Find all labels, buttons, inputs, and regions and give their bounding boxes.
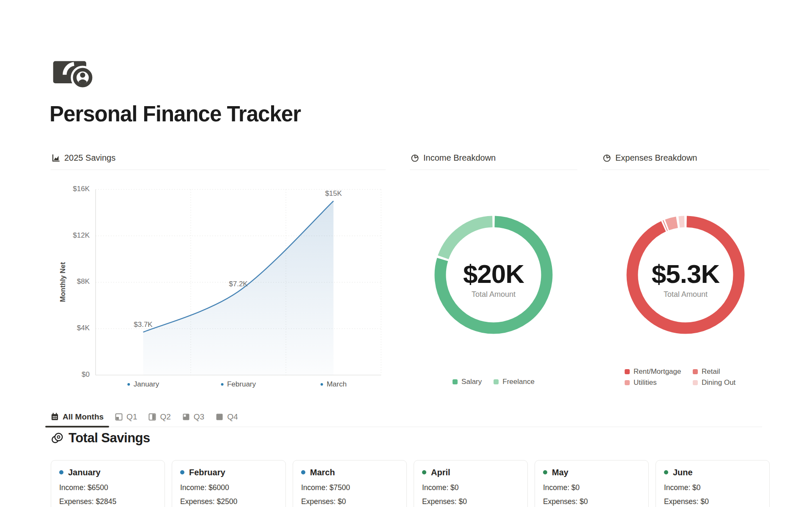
month-card-april[interactable]: April Income: $0 Expenses: $0 Net: $0 bbox=[414, 460, 528, 507]
legend-label: Retail bbox=[702, 367, 720, 376]
tab-all-months[interactable]: All Months bbox=[51, 407, 104, 427]
tab-label: Q1 bbox=[126, 412, 137, 422]
x-axis-tick-january: January bbox=[127, 380, 159, 389]
quarter-3-icon bbox=[182, 413, 190, 421]
card-month-name: April bbox=[431, 468, 450, 477]
month-marker-icon bbox=[543, 470, 547, 474]
legend-label: Dining Out bbox=[702, 378, 735, 387]
card-month-name: January bbox=[68, 468, 101, 477]
month-marker-icon bbox=[664, 470, 668, 474]
month-card-february[interactable]: February Income: $6000 Expenses: $2500 N… bbox=[172, 460, 286, 507]
month-card-january[interactable]: January Income: $6500 Expenses: $2845 Ne… bbox=[51, 460, 165, 507]
expenses-panel: Expenses Breakdown bbox=[602, 151, 769, 170]
donut-segment-freelance bbox=[443, 222, 492, 258]
month-marker-icon bbox=[59, 470, 63, 474]
legend-swatch-icon bbox=[625, 380, 630, 385]
income-panel-title: Income Breakdown bbox=[423, 153, 496, 163]
calendar-icon bbox=[51, 413, 59, 421]
data-point-label: $3.7K bbox=[134, 321, 153, 329]
legend-label: Salary bbox=[461, 378, 482, 386]
card-expenses: Expenses: $2845 bbox=[59, 498, 156, 506]
y-axis-label: Monthly Net bbox=[59, 244, 68, 320]
savings-line-chart: $16K $12K $8K $4K $0 Monthly Net $3.7K$7… bbox=[51, 170, 386, 397]
legend-label: Rent/Mortgage bbox=[634, 367, 681, 376]
tab-q2[interactable]: Q2 bbox=[148, 407, 170, 427]
card-expenses: Expenses: $0 bbox=[422, 498, 519, 506]
legend-item: Retail bbox=[693, 367, 735, 376]
series-dot-icon bbox=[127, 383, 130, 386]
line-chart-canvas: $3.7K$7.2K$15K bbox=[51, 170, 386, 397]
legend-item: Dining Out bbox=[693, 378, 735, 387]
card-expenses: Expenses: $0 bbox=[664, 498, 761, 506]
month-card-may[interactable]: May Income: $0 Expenses: $0 Net: $0 bbox=[535, 460, 649, 507]
month-marker-icon bbox=[180, 470, 184, 474]
card-income: Income: $7500 bbox=[301, 484, 398, 492]
pie-chart-icon bbox=[603, 154, 611, 162]
card-income: Income: $6000 bbox=[180, 484, 277, 492]
tab-q1[interactable]: Q1 bbox=[115, 407, 137, 427]
card-month-name: February bbox=[189, 468, 225, 477]
card-expenses: Expenses: $0 bbox=[543, 498, 640, 506]
quarter-1-icon bbox=[115, 413, 123, 421]
income-total-value: $20K bbox=[410, 257, 577, 291]
quarter-tab-bar: All Months Q1 Q2 Q3 Q4 bbox=[51, 407, 762, 427]
card-income: Income: $0 bbox=[664, 484, 761, 492]
month-marker-icon bbox=[422, 470, 426, 474]
legend-item: Utilities bbox=[625, 378, 693, 387]
series-dot-icon bbox=[221, 383, 223, 386]
tab-q4[interactable]: Q4 bbox=[216, 407, 238, 427]
donut-segment-retail bbox=[665, 225, 666, 226]
data-point-label: $15K bbox=[325, 189, 342, 197]
expenses-total-value: $5.3K bbox=[602, 257, 769, 291]
month-cards-row: January Income: $6500 Expenses: $2845 Ne… bbox=[51, 460, 770, 507]
legend-item: Freelance bbox=[494, 378, 535, 386]
card-month-name: March bbox=[310, 468, 335, 477]
series-dot-icon bbox=[320, 383, 323, 386]
expenses-panel-title: Expenses Breakdown bbox=[615, 153, 697, 163]
savings-panel-header: 2025 Savings bbox=[51, 151, 386, 170]
tab-q3[interactable]: Q3 bbox=[182, 407, 204, 427]
card-income: Income: $0 bbox=[422, 484, 519, 492]
x-axis-tick-february: February bbox=[221, 380, 256, 389]
legend-label: Utilities bbox=[634, 378, 657, 387]
quarter-4-icon bbox=[216, 413, 223, 421]
legend-swatch-icon bbox=[494, 379, 499, 384]
savings-panel-title: 2025 Savings bbox=[64, 153, 115, 163]
y-axis-tick: $16K bbox=[51, 185, 90, 193]
card-income: Income: $6500 bbox=[59, 484, 156, 492]
legend-item: Rent/Mortgage bbox=[625, 367, 693, 376]
legend-item: Salary bbox=[453, 378, 482, 386]
pie-chart-icon bbox=[411, 154, 419, 162]
data-point-label: $7.2K bbox=[229, 280, 248, 288]
legend-swatch-icon bbox=[693, 369, 698, 374]
month-card-june[interactable]: June Income: $0 Expenses: $0 Net: $0 bbox=[656, 460, 770, 507]
tab-label: Q2 bbox=[160, 412, 170, 422]
x-axis-label: January bbox=[134, 380, 159, 389]
legend-swatch-icon bbox=[625, 369, 630, 374]
income-panel-header: Income Breakdown bbox=[410, 151, 577, 170]
legend-label: Freelance bbox=[502, 378, 535, 386]
expenses-panel-header: Expenses Breakdown bbox=[602, 151, 769, 170]
tab-label: Q4 bbox=[227, 412, 238, 422]
donut-segment-utilities bbox=[667, 222, 677, 225]
total-savings-title: Total Savings bbox=[69, 430, 150, 446]
x-axis-tick-march: March bbox=[320, 380, 346, 389]
income-legend: Salary Freelance bbox=[410, 378, 577, 386]
total-savings-header: Total Savings bbox=[51, 430, 150, 446]
tab-label: Q3 bbox=[194, 412, 204, 422]
y-axis-tick: $0 bbox=[51, 370, 90, 379]
income-total-label: Total Amount bbox=[410, 290, 577, 300]
expenses-legend: Rent/Mortgage Retail Utilities Dining Ou… bbox=[625, 367, 735, 387]
month-card-march[interactable]: March Income: $7500 Expenses: $0 Net: $7… bbox=[293, 460, 407, 507]
card-month-name: June bbox=[673, 468, 693, 477]
expenses-total-label: Total Amount bbox=[602, 290, 769, 300]
legend-swatch-icon bbox=[693, 380, 698, 385]
area-chart-icon bbox=[52, 154, 60, 162]
y-axis-tick: $8K bbox=[51, 277, 90, 286]
card-expenses: Expenses: $2500 bbox=[180, 498, 277, 506]
savings-panel: 2025 Savings bbox=[51, 151, 386, 170]
page-title: Personal Finance Tracker bbox=[49, 101, 301, 126]
quarter-2-icon bbox=[148, 413, 156, 421]
card-month-name: May bbox=[552, 468, 568, 477]
month-marker-icon bbox=[301, 470, 305, 474]
